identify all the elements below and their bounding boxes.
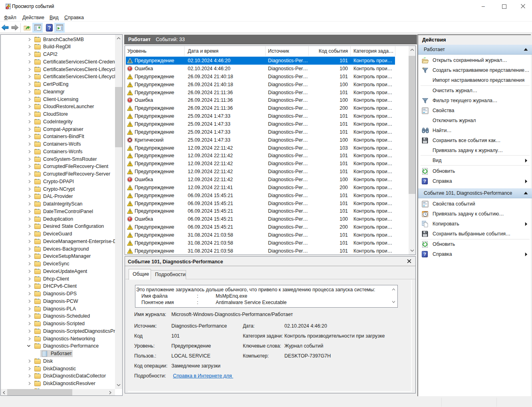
svg-text:?: ? [48, 25, 51, 31]
svg-text:?: ? [423, 252, 426, 257]
svg-text:?: ? [423, 179, 426, 184]
